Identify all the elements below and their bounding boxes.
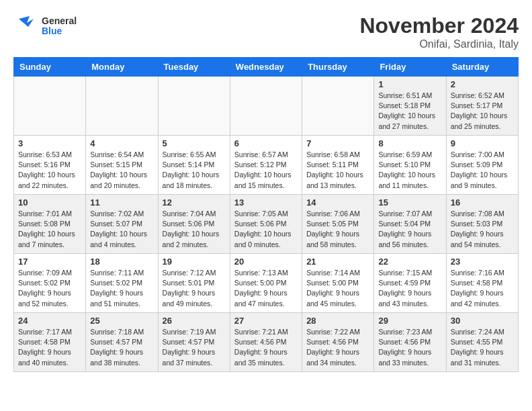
- day-info: Sunrise: 6:55 AM Sunset: 5:14 PM Dayligh…: [163, 150, 226, 191]
- day-info: Sunrise: 7:11 AM Sunset: 5:02 PM Dayligh…: [90, 268, 153, 309]
- day-info: Sunrise: 6:51 AM Sunset: 5:18 PM Dayligh…: [378, 91, 441, 132]
- page-header: GeneralBlue November 2024 Onifai, Sardin…: [13, 13, 519, 50]
- calendar-cell: 14Sunrise: 7:06 AM Sunset: 5:05 PM Dayli…: [302, 195, 374, 254]
- day-number: 10: [18, 197, 81, 208]
- weekday-header-saturday: Saturday: [446, 58, 518, 77]
- day-info: Sunrise: 7:04 AM Sunset: 5:06 PM Dayligh…: [163, 209, 226, 250]
- calendar-cell: [302, 77, 374, 136]
- weekday-header-thursday: Thursday: [302, 58, 374, 77]
- day-number: 6: [234, 138, 298, 148]
- day-info: Sunrise: 7:15 AM Sunset: 4:59 PM Dayligh…: [378, 268, 441, 309]
- day-number: 22: [378, 257, 441, 267]
- day-info: Sunrise: 7:18 AM Sunset: 4:57 PM Dayligh…: [90, 327, 153, 368]
- calendar-cell: 28Sunrise: 7:22 AM Sunset: 4:56 PM Dayli…: [302, 313, 374, 372]
- day-number: 26: [163, 316, 226, 326]
- calendar-cell: 26Sunrise: 7:19 AM Sunset: 4:57 PM Dayli…: [158, 313, 230, 372]
- day-number: 5: [163, 138, 226, 148]
- day-info: Sunrise: 7:24 AM Sunset: 4:55 PM Dayligh…: [451, 327, 514, 368]
- day-info: Sunrise: 7:19 AM Sunset: 4:57 PM Dayligh…: [163, 327, 226, 368]
- day-info: Sunrise: 7:09 AM Sunset: 5:02 PM Dayligh…: [18, 268, 81, 309]
- calendar-cell: 11Sunrise: 7:02 AM Sunset: 5:07 PM Dayli…: [86, 195, 158, 254]
- calendar-cell: 23Sunrise: 7:16 AM Sunset: 4:58 PM Dayli…: [446, 254, 518, 313]
- day-number: 2: [451, 79, 514, 89]
- calendar-cell: 6Sunrise: 6:57 AM Sunset: 5:12 PM Daylig…: [230, 136, 302, 195]
- week-row-4: 17Sunrise: 7:09 AM Sunset: 5:02 PM Dayli…: [14, 254, 519, 313]
- day-number: 28: [306, 316, 369, 326]
- calendar-cell: 16Sunrise: 7:08 AM Sunset: 5:03 PM Dayli…: [446, 195, 518, 254]
- month-title: November 2024: [359, 13, 519, 38]
- calendar-cell: 19Sunrise: 7:12 AM Sunset: 5:01 PM Dayli…: [158, 254, 230, 313]
- calendar-cell: 24Sunrise: 7:17 AM Sunset: 4:58 PM Dayli…: [14, 313, 86, 372]
- day-number: 25: [90, 316, 153, 326]
- calendar-cell: 27Sunrise: 7:21 AM Sunset: 4:56 PM Dayli…: [230, 313, 302, 372]
- day-info: Sunrise: 7:13 AM Sunset: 5:00 PM Dayligh…: [234, 268, 298, 309]
- day-number: 27: [234, 316, 298, 326]
- day-number: 1: [378, 79, 441, 89]
- day-number: 3: [18, 138, 81, 148]
- weekday-header-monday: Monday: [86, 58, 158, 77]
- day-number: 19: [163, 257, 226, 267]
- day-number: 8: [378, 138, 441, 148]
- location: Onifai, Sardinia, Italy: [359, 38, 519, 50]
- day-number: 7: [306, 138, 369, 148]
- calendar-cell: 15Sunrise: 7:07 AM Sunset: 5:04 PM Dayli…: [374, 195, 446, 254]
- day-info: Sunrise: 7:06 AM Sunset: 5:05 PM Dayligh…: [306, 209, 369, 250]
- week-row-1: 1Sunrise: 6:51 AM Sunset: 5:18 PM Daylig…: [14, 77, 519, 136]
- logo-text: GeneralBlue: [42, 16, 77, 37]
- day-info: Sunrise: 7:22 AM Sunset: 4:56 PM Dayligh…: [306, 327, 369, 368]
- day-info: Sunrise: 6:52 AM Sunset: 5:17 PM Dayligh…: [451, 91, 514, 132]
- calendar-cell: [158, 77, 230, 136]
- day-info: Sunrise: 7:12 AM Sunset: 5:01 PM Dayligh…: [163, 268, 226, 309]
- weekday-header-row: SundayMondayTuesdayWednesdayThursdayFrid…: [14, 58, 519, 77]
- day-info: Sunrise: 6:54 AM Sunset: 5:15 PM Dayligh…: [90, 150, 153, 191]
- calendar-cell: 22Sunrise: 7:15 AM Sunset: 4:59 PM Dayli…: [374, 254, 446, 313]
- day-info: Sunrise: 7:07 AM Sunset: 5:04 PM Dayligh…: [378, 209, 441, 250]
- day-number: 14: [306, 197, 369, 208]
- day-number: 23: [451, 257, 514, 267]
- svg-marker-0: [19, 16, 34, 27]
- day-number: 20: [234, 257, 298, 267]
- day-info: Sunrise: 6:58 AM Sunset: 5:11 PM Dayligh…: [306, 150, 369, 191]
- day-info: Sunrise: 6:57 AM Sunset: 5:12 PM Dayligh…: [234, 150, 298, 191]
- day-number: 12: [163, 197, 226, 208]
- day-number: 9: [451, 138, 514, 148]
- day-info: Sunrise: 7:02 AM Sunset: 5:07 PM Dayligh…: [90, 209, 153, 250]
- calendar-cell: 25Sunrise: 7:18 AM Sunset: 4:57 PM Dayli…: [86, 313, 158, 372]
- logo-line1: General: [42, 16, 77, 26]
- day-number: 29: [378, 316, 441, 326]
- day-number: 18: [90, 257, 153, 267]
- day-info: Sunrise: 7:21 AM Sunset: 4:56 PM Dayligh…: [234, 327, 298, 368]
- calendar-cell: 9Sunrise: 7:00 AM Sunset: 5:09 PM Daylig…: [446, 136, 518, 195]
- day-number: 24: [18, 316, 81, 326]
- day-info: Sunrise: 6:59 AM Sunset: 5:10 PM Dayligh…: [378, 150, 441, 191]
- calendar-cell: 4Sunrise: 6:54 AM Sunset: 5:15 PM Daylig…: [86, 136, 158, 195]
- weekday-header-tuesday: Tuesday: [158, 58, 230, 77]
- calendar-cell: 3Sunrise: 6:53 AM Sunset: 5:16 PM Daylig…: [14, 136, 86, 195]
- logo: GeneralBlue: [13, 13, 77, 39]
- calendar-cell: 1Sunrise: 6:51 AM Sunset: 5:18 PM Daylig…: [374, 77, 446, 136]
- calendar-table: SundayMondayTuesdayWednesdayThursdayFrid…: [13, 57, 519, 372]
- calendar-cell: 8Sunrise: 6:59 AM Sunset: 5:10 PM Daylig…: [374, 136, 446, 195]
- day-number: 17: [18, 257, 81, 267]
- week-row-2: 3Sunrise: 6:53 AM Sunset: 5:16 PM Daylig…: [14, 136, 519, 195]
- day-info: Sunrise: 7:01 AM Sunset: 5:08 PM Dayligh…: [18, 209, 81, 250]
- day-info: Sunrise: 7:14 AM Sunset: 5:00 PM Dayligh…: [306, 268, 369, 309]
- calendar-cell: 2Sunrise: 6:52 AM Sunset: 5:17 PM Daylig…: [446, 77, 518, 136]
- day-number: 4: [90, 138, 153, 148]
- day-info: Sunrise: 7:08 AM Sunset: 5:03 PM Dayligh…: [451, 209, 514, 250]
- calendar-cell: 17Sunrise: 7:09 AM Sunset: 5:02 PM Dayli…: [14, 254, 86, 313]
- calendar-cell: 21Sunrise: 7:14 AM Sunset: 5:00 PM Dayli…: [302, 254, 374, 313]
- day-info: Sunrise: 6:53 AM Sunset: 5:16 PM Dayligh…: [18, 150, 81, 191]
- day-number: 16: [451, 197, 514, 208]
- weekday-header-friday: Friday: [374, 58, 446, 77]
- calendar-cell: 18Sunrise: 7:11 AM Sunset: 5:02 PM Dayli…: [86, 254, 158, 313]
- day-number: 13: [234, 197, 298, 208]
- calendar-cell: [230, 77, 302, 136]
- day-number: 30: [451, 316, 514, 326]
- day-number: 15: [378, 197, 441, 208]
- calendar-cell: 5Sunrise: 6:55 AM Sunset: 5:14 PM Daylig…: [158, 136, 230, 195]
- weekday-header-wednesday: Wednesday: [230, 58, 302, 77]
- day-number: 11: [90, 197, 153, 208]
- calendar-cell: [14, 77, 86, 136]
- calendar-cell: 7Sunrise: 6:58 AM Sunset: 5:11 PM Daylig…: [302, 136, 374, 195]
